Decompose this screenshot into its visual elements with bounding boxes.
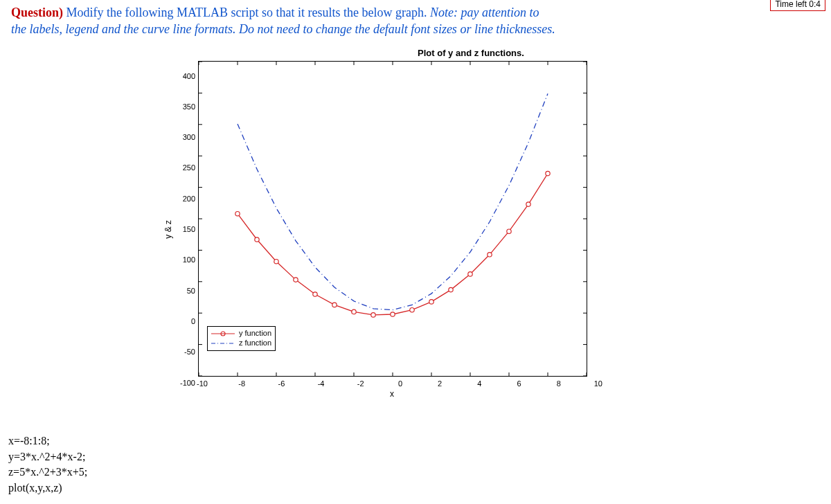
svg-point-44 [235,211,240,215]
y-tick: 100 [175,256,195,264]
svg-point-56 [468,271,472,276]
x-tick: 2 [431,379,448,388]
x-tick: -6 [273,379,289,388]
y-tick: 0 [175,318,195,325]
svg-point-51 [371,312,375,316]
svg-point-47 [294,277,298,281]
x-tick: 10 [590,379,607,388]
x-tick: -8 [233,379,250,388]
svg-point-48 [313,291,317,296]
x-tick: 0 [392,379,409,388]
timer-text: Time left 0:4 [775,0,821,9]
x-axis-ticks: -10 -8 -6 -4 -2 0 2 4 6 8 10 [198,379,602,388]
y-tick: 400 [175,73,195,80]
timer-box: Time left 0:4 [770,0,825,11]
svg-point-46 [274,259,278,263]
code-block: x=-8:1:8; y=3*x.^2+4*x-2; z=5*x.^2+3*x+5… [8,433,87,496]
svg-point-55 [449,287,453,291]
y-tick: -100 [175,379,195,387]
question-label: Question) [11,6,63,19]
svg-point-50 [352,309,356,314]
y-tick: -50 [175,348,195,356]
code-line: z=5*x.^2+3*x+5; [8,465,87,480]
question-body-1: Modify the following MATLAB script so th… [63,6,430,19]
chart-title: Plot of y and z functions. [335,48,607,58]
x-tick: 8 [551,379,567,388]
chart-container: Plot of y and z functions. y & z 400 350… [163,48,607,399]
svg-point-49 [332,303,337,307]
legend-label-y: y function [239,329,271,339]
x-tick: 6 [511,379,528,388]
legend-label-z: z function [239,339,271,348]
legend: y function z function [207,326,276,351]
legend-entry-y: y function [211,329,271,339]
y-tick: 50 [175,287,195,295]
x-axis-label: x [198,389,586,399]
y-tick: 350 [175,103,195,111]
svg-point-60 [546,171,550,175]
svg-point-53 [410,307,414,312]
code-line: plot(x,y,x,z) [8,480,87,496]
svg-point-52 [391,312,395,316]
svg-point-45 [255,237,259,241]
svg-point-57 [488,252,492,256]
svg-point-54 [429,299,434,303]
y-axis-label: y & z [163,220,173,239]
question-text: Question) Modify the following MATLAB sc… [11,4,820,38]
question-note-rest: the labels, legend and the curve line fo… [11,21,820,37]
y-tick: 300 [175,134,195,141]
y-tick: 200 [175,195,195,203]
y-tick: 150 [175,226,195,233]
x-tick: -2 [352,379,369,388]
legend-swatch-y [211,330,235,337]
svg-point-59 [526,201,530,206]
x-tick: 4 [471,379,488,388]
code-line: y=3*x.^2+4*x-2; [8,449,87,465]
code-line: x=-8:1:8; [8,433,87,449]
y-axis-ticks: 400 350 300 250 200 150 100 50 0 -50 -10… [175,73,198,387]
legend-entry-z: z function [211,339,271,348]
legend-swatch-z [211,340,235,347]
plot-area: y function z function [198,61,587,377]
svg-point-58 [507,229,511,233]
x-tick: -4 [313,379,330,388]
x-tick: -10 [194,379,211,388]
question-note-label: Note: pay attention to [430,6,539,19]
y-tick: 250 [175,164,195,172]
